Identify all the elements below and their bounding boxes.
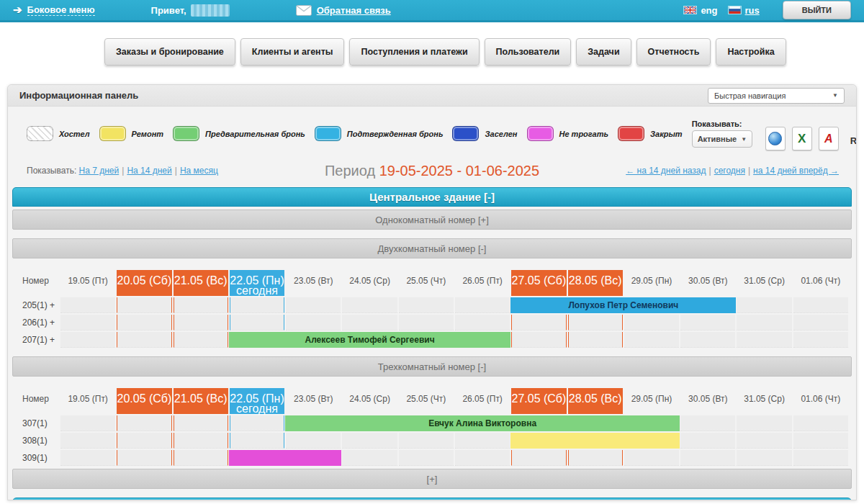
section-header-2[interactable]: Трехкомнатный номер [-] (12, 356, 852, 377)
room-label[interactable]: 205(1) + (15, 297, 60, 313)
date-column-weekend[interactable]: 21.05 (Вс) (174, 388, 228, 414)
nav-tab-0[interactable]: Заказы и бронирование (104, 38, 235, 66)
date-column-today[interactable]: 22.05 (Пн)сегодня (230, 270, 284, 296)
day-cell[interactable] (455, 315, 510, 330)
room-label[interactable]: 207(1) + (15, 332, 60, 348)
day-cell[interactable] (680, 433, 735, 449)
lang-eng[interactable]: eng (683, 5, 717, 16)
date-column-today[interactable]: 22.05 (Пн)сегодня (230, 388, 284, 414)
day-cell[interactable] (680, 332, 735, 348)
day-cell[interactable] (174, 332, 228, 348)
day-cell[interactable] (455, 297, 510, 313)
day-cell[interactable] (174, 450, 228, 466)
lang-rus-label[interactable]: rus (745, 5, 760, 16)
date-column[interactable]: 29.05 (Пн) (624, 270, 680, 296)
date-column[interactable]: 01.06 (Чт) (793, 270, 849, 296)
today-link[interactable]: сегодня (714, 166, 745, 176)
day-cell[interactable] (680, 315, 735, 330)
day-cell[interactable] (511, 332, 566, 348)
day-cell[interactable] (624, 315, 679, 330)
html-export-icon[interactable] (765, 127, 786, 150)
booking-bar[interactable]: Лопухов Петр Семенович (510, 297, 736, 313)
date-column[interactable]: 31.05 (Ср) (736, 388, 792, 414)
date-column[interactable]: 01.06 (Чт) (793, 388, 849, 414)
day-cell[interactable] (342, 433, 397, 449)
date-column[interactable]: 19.05 (Пт) (60, 388, 116, 414)
day-cell[interactable] (737, 433, 791, 449)
quick-nav-select[interactable]: Быстрая навигация ▼ (708, 88, 845, 104)
side-menu-toggle[interactable]: ➔ Боковое меню (13, 4, 95, 17)
building-header[interactable]: Центральное здание [-] (12, 187, 852, 207)
lang-eng-label[interactable]: eng (701, 5, 717, 16)
day-cell[interactable] (793, 415, 848, 431)
day-cell[interactable] (737, 315, 791, 330)
day-cell[interactable] (60, 415, 115, 431)
active-filter-select[interactable]: Активные ▼ (692, 130, 752, 148)
date-column[interactable]: 30.05 (Вт) (680, 270, 736, 296)
day-cell[interactable] (117, 315, 171, 330)
date-column[interactable]: 26.05 (Пт) (454, 270, 510, 296)
day-cell[interactable] (793, 315, 848, 330)
day-cell[interactable] (174, 297, 228, 313)
day-cell[interactable] (117, 415, 171, 431)
forward-14-days-link[interactable]: на 14 дней вперёд → (753, 166, 839, 176)
section-header-3[interactable]: [+] (12, 469, 852, 489)
date-column[interactable]: 23.05 (Вт) (285, 388, 341, 414)
feedback-link[interactable]: Обратная связь (296, 5, 391, 16)
day-cell[interactable] (342, 450, 397, 466)
date-column-weekend[interactable]: 27.05 (Сб) (511, 388, 566, 414)
day-cell[interactable] (174, 415, 228, 431)
date-column-weekend[interactable]: 20.05 (Сб) (117, 388, 171, 414)
day-cell[interactable] (737, 332, 791, 348)
day-cell[interactable] (455, 450, 510, 466)
booking-bar[interactable] (510, 433, 680, 449)
date-column[interactable]: 26.05 (Пт) (454, 388, 510, 414)
date-column-weekend[interactable]: 20.05 (Сб) (117, 270, 171, 296)
day-cell[interactable] (793, 450, 848, 466)
nav-tab-3[interactable]: Пользователи (485, 38, 572, 66)
date-column[interactable]: 19.05 (Пт) (60, 270, 116, 296)
day-cell[interactable] (286, 297, 341, 313)
day-cell[interactable] (399, 433, 454, 449)
day-cell[interactable] (342, 297, 397, 313)
date-column[interactable]: 30.05 (Вт) (680, 388, 736, 414)
section-header-1[interactable]: Двухкомнатный номер [-] (12, 238, 852, 258)
lang-rus[interactable]: rus (728, 5, 760, 16)
date-column[interactable]: 31.05 (Ср) (736, 270, 792, 296)
day-cell[interactable] (737, 297, 791, 313)
back-14-days-link[interactable]: ← на 14 дней назад (626, 166, 706, 176)
room-label[interactable]: 206(1) + (15, 315, 60, 330)
day-cell[interactable] (624, 450, 679, 466)
day-cell[interactable] (117, 450, 171, 466)
room-label[interactable]: 308(1) (15, 433, 60, 449)
day-cell[interactable] (511, 315, 566, 330)
day-cell[interactable] (399, 450, 454, 466)
day-cell[interactable] (60, 297, 115, 313)
day-cell[interactable] (117, 332, 171, 348)
day-cell[interactable] (342, 315, 397, 330)
day-cell[interactable] (230, 297, 284, 313)
day-cell[interactable] (511, 450, 566, 466)
booking-bar[interactable]: Евчук Алина Викторовна (285, 415, 680, 431)
day-cell[interactable] (286, 433, 341, 449)
day-cell[interactable] (174, 315, 228, 330)
date-column-weekend[interactable]: 28.05 (Вс) (568, 388, 623, 414)
booking-bar[interactable]: Алексеев Тимофей Сергеевич (229, 332, 510, 348)
day-cell[interactable] (174, 433, 228, 449)
day-cell[interactable] (793, 433, 848, 449)
date-column[interactable]: 24.05 (Ср) (341, 388, 397, 414)
booking-bar[interactable] (229, 450, 342, 466)
date-column[interactable]: 25.05 (Чт) (398, 388, 454, 414)
day-cell[interactable] (568, 315, 623, 330)
date-column[interactable]: 25.05 (Чт) (398, 270, 454, 296)
day-cell[interactable] (117, 433, 171, 449)
day-cell[interactable] (737, 450, 791, 466)
date-column[interactable]: 23.05 (Вт) (285, 270, 341, 296)
nav-tab-6[interactable]: Настройка (716, 38, 786, 66)
day-cell[interactable] (230, 415, 284, 431)
day-cell[interactable] (60, 332, 115, 348)
room-label[interactable]: 309(1) (15, 450, 60, 466)
date-column-weekend[interactable]: 27.05 (Сб) (511, 270, 566, 296)
day-cell[interactable] (117, 297, 171, 313)
side-menu-label[interactable]: Боковое меню (27, 4, 95, 16)
